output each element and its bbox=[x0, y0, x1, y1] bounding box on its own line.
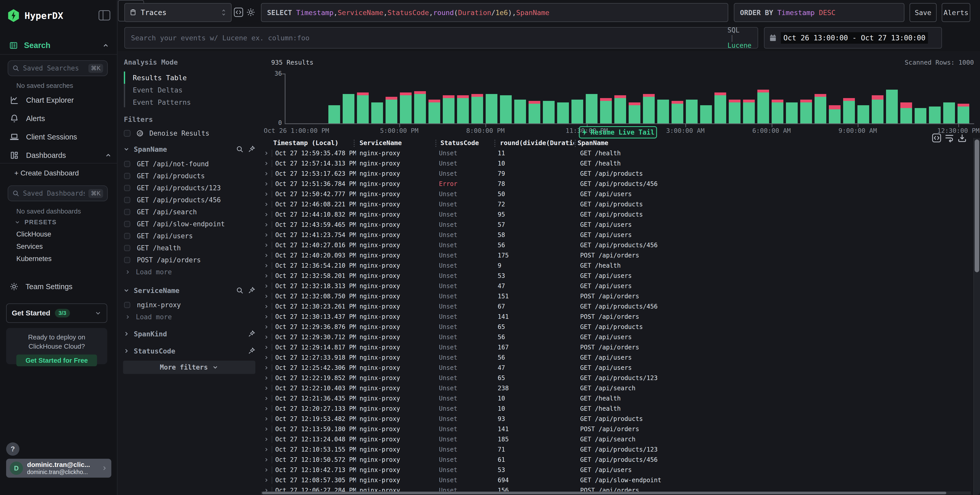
histogram-bar[interactable] bbox=[486, 94, 497, 124]
filter-group-servicename[interactable]: ServiceName bbox=[123, 285, 255, 296]
row-expand-icon[interactable] bbox=[264, 365, 269, 371]
filter-checkbox-item[interactable]: GET /api/users bbox=[124, 230, 255, 242]
histogram-bar[interactable] bbox=[900, 102, 912, 124]
histogram-bar[interactable] bbox=[614, 95, 626, 123]
histogram-bar[interactable] bbox=[943, 102, 955, 124]
table-row[interactable]: Oct 27 12:20:27.133 PMnginx-proxyUnset10… bbox=[261, 404, 973, 414]
spanname-load-more[interactable]: Load more bbox=[125, 266, 172, 278]
row-expand-icon[interactable] bbox=[264, 161, 269, 166]
checkbox[interactable] bbox=[124, 130, 130, 137]
table-row[interactable]: Oct 27 12:41:23.754 PMnginx-proxyUnset58… bbox=[261, 230, 973, 240]
filter-checkbox-item[interactable]: GET /api/not-found bbox=[124, 158, 255, 170]
histogram-bar[interactable] bbox=[929, 107, 941, 123]
table-row[interactable]: Oct 27 12:32:08.750 PMnginx-proxyUnset15… bbox=[261, 291, 973, 301]
table-row[interactable]: Oct 27 12:51:36.784 PMnginx-proxyError78… bbox=[261, 179, 973, 189]
sidebar-item-chart-explorer[interactable]: Chart Explorer bbox=[10, 94, 112, 106]
checkbox[interactable] bbox=[124, 185, 130, 191]
table-row[interactable]: Oct 27 12:46:08.221 PMnginx-proxyUnset72… bbox=[261, 199, 973, 209]
saved-dashboards-input[interactable] bbox=[23, 189, 85, 197]
row-expand-icon[interactable] bbox=[264, 242, 269, 248]
histogram-bar[interactable] bbox=[872, 95, 883, 123]
row-expand-icon[interactable] bbox=[264, 457, 269, 463]
event-search-input[interactable] bbox=[131, 34, 727, 42]
checkbox[interactable] bbox=[124, 233, 130, 239]
filter-checkbox-item[interactable]: GET /api/products/456 bbox=[124, 194, 255, 206]
histogram-bar[interactable] bbox=[886, 90, 898, 123]
scrollbar-thumb[interactable] bbox=[975, 140, 979, 272]
order-by-input[interactable]: ORDER BY Timestamp DESC bbox=[734, 3, 904, 22]
row-expand-icon[interactable] bbox=[264, 232, 269, 238]
histogram-bar[interactable] bbox=[385, 97, 397, 124]
row-expand-icon[interactable] bbox=[264, 334, 269, 340]
filter-checkbox-item[interactable]: nginx-proxy bbox=[124, 299, 255, 311]
checkbox[interactable] bbox=[124, 197, 130, 203]
histogram-bar[interactable] bbox=[671, 101, 683, 123]
histogram-bar[interactable] bbox=[600, 98, 612, 123]
row-expand-icon[interactable] bbox=[264, 406, 269, 411]
saved-searches-input[interactable] bbox=[23, 64, 85, 72]
row-expand-icon[interactable] bbox=[264, 314, 269, 320]
table-row[interactable]: Oct 27 12:22:19.852 PMnginx-proxyUnset65… bbox=[261, 373, 973, 383]
row-expand-icon[interactable] bbox=[264, 396, 269, 401]
histogram-bar[interactable] bbox=[815, 94, 826, 124]
histogram-bar[interactable] bbox=[428, 100, 440, 124]
row-expand-icon[interactable] bbox=[264, 345, 269, 350]
row-expand-icon[interactable] bbox=[264, 375, 269, 381]
row-expand-icon[interactable] bbox=[264, 273, 269, 279]
mode-event-patterns[interactable]: Event Patterns bbox=[133, 96, 191, 108]
denoise-results-filter[interactable]: Denoise Results bbox=[124, 128, 255, 139]
row-expand-icon[interactable] bbox=[264, 202, 269, 207]
histogram-bar[interactable] bbox=[528, 101, 540, 123]
filter-group-statuscode[interactable]: StatusCode bbox=[123, 345, 255, 357]
row-expand-icon[interactable] bbox=[264, 181, 269, 187]
filter-group-spankind[interactable]: SpanKind bbox=[123, 328, 255, 339]
histogram-bar[interactable] bbox=[829, 105, 841, 124]
filter-checkbox-item[interactable]: POST /api/orders bbox=[124, 254, 255, 266]
time-range-picker[interactable]: Oct 26 13:00:00 - Oct 27 13:00:00 bbox=[764, 27, 942, 49]
table-row[interactable]: Oct 27 12:10:53.155 PMnginx-proxyUnset71… bbox=[261, 444, 973, 455]
table-row[interactable]: Oct 27 12:44:10.832 PMnginx-proxyUnset95… bbox=[261, 209, 973, 220]
table-row[interactable]: Oct 27 12:10:50.572 PMnginx-proxyUnset61… bbox=[261, 455, 973, 465]
column-header-servicename[interactable]: ServiceName bbox=[360, 139, 434, 146]
results-histogram[interactable]: 36 0 Oct 26 1:00:00 PM5:00:00 PM8:00:00 … bbox=[285, 73, 974, 124]
histogram-bar[interactable] bbox=[958, 104, 969, 123]
row-expand-icon[interactable] bbox=[264, 447, 269, 452]
histogram-bar[interactable] bbox=[328, 105, 340, 124]
chevron-up-icon[interactable] bbox=[105, 152, 112, 159]
table-row[interactable]: Oct 27 12:13:24.048 PMnginx-proxyUnset18… bbox=[261, 434, 973, 444]
get-started-box[interactable]: Get Started 3/3 bbox=[6, 304, 107, 323]
table-row[interactable]: Oct 27 12:22:10.403 PMnginx-proxyUnset23… bbox=[261, 383, 973, 393]
more-filters-button[interactable]: More filters bbox=[123, 361, 255, 374]
filter-checkbox-item[interactable]: GET /api/products bbox=[124, 170, 255, 182]
histogram-bar[interactable] bbox=[343, 94, 355, 124]
column-resize-handle[interactable] bbox=[435, 140, 436, 147]
table-row[interactable]: Oct 27 12:29:14.817 PMnginx-proxyUnset16… bbox=[261, 342, 973, 352]
table-row[interactable]: Oct 27 12:29:30.712 PMnginx-proxyUnset56… bbox=[261, 332, 973, 342]
servicename-load-more[interactable]: Load more bbox=[125, 311, 172, 323]
histogram-bar[interactable] bbox=[586, 94, 598, 124]
row-expand-icon[interactable] bbox=[264, 355, 269, 360]
row-expand-icon[interactable] bbox=[264, 304, 269, 309]
histogram-bar[interactable] bbox=[743, 100, 755, 124]
histogram-bar[interactable] bbox=[543, 101, 555, 123]
row-expand-icon[interactable] bbox=[264, 212, 269, 217]
table-row[interactable]: Oct 27 12:13:59.180 PMnginx-proxyUnset14… bbox=[261, 424, 973, 434]
column-header-timestamp[interactable]: Timestamp (Local) bbox=[273, 139, 353, 146]
table-row[interactable]: Oct 27 12:10:42.713 PMnginx-proxyUnset53… bbox=[261, 465, 973, 475]
histogram-bar[interactable] bbox=[357, 92, 369, 123]
sidebar-item-dashboards[interactable]: Dashboards bbox=[10, 149, 112, 161]
save-button[interactable]: Save bbox=[910, 3, 937, 22]
saved-dashboards-search[interactable]: ⌘K bbox=[8, 185, 108, 201]
histogram-bar[interactable] bbox=[858, 105, 869, 124]
row-expand-icon[interactable] bbox=[264, 263, 269, 269]
column-resize-handle[interactable] bbox=[354, 140, 355, 147]
filter-checkbox-item[interactable]: GET /api/search bbox=[124, 206, 255, 218]
event-search-box[interactable]: SQL|Lucene bbox=[124, 27, 758, 49]
row-expand-icon[interactable] bbox=[264, 293, 269, 299]
histogram-bar[interactable] bbox=[557, 102, 569, 124]
row-expand-icon[interactable] bbox=[264, 416, 269, 422]
row-expand-icon[interactable] bbox=[264, 436, 269, 442]
table-row[interactable]: Oct 27 12:43:59.465 PMnginx-proxyUnset57… bbox=[261, 220, 973, 230]
pin-icon[interactable] bbox=[248, 347, 255, 355]
column-resize-handle[interactable] bbox=[494, 140, 495, 147]
